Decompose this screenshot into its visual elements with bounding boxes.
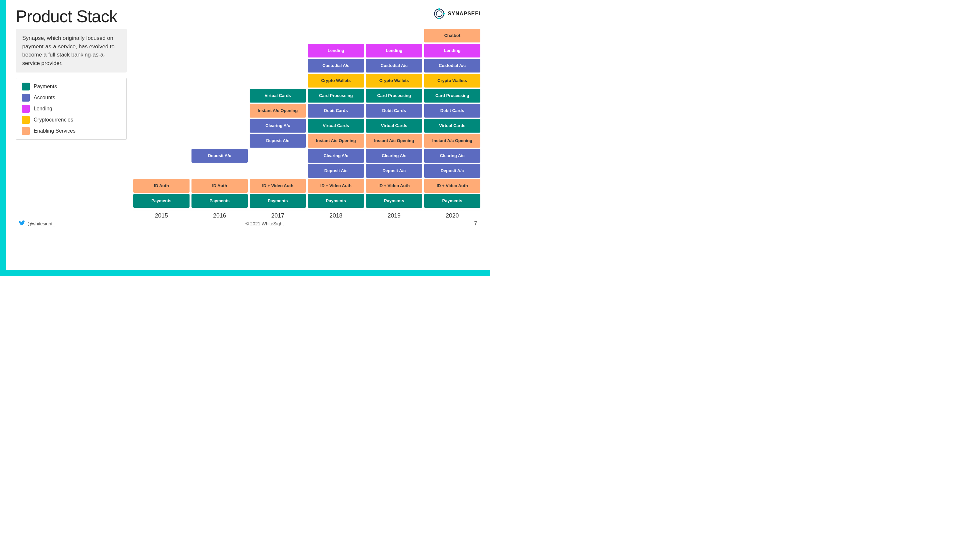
cell-2015-9: ID Auth — [133, 179, 189, 193]
legend-item-lending: Lending — [22, 105, 121, 113]
twitter-icon — [19, 221, 25, 227]
cell-2017-9: ID + Video Auth — [250, 179, 306, 193]
cell-2017-4: Instant A/c Opening — [250, 104, 306, 118]
year-labels: 201520162017201820192020 — [133, 210, 480, 219]
cell-2018-8: Deposit A/c — [308, 164, 364, 178]
svg-point-1 — [436, 11, 442, 17]
column-2020: ChatbotLendingCustodial A/cCrypto Wallet… — [424, 29, 480, 208]
legend-item-payments: Payments — [22, 83, 121, 91]
cell-2019-7: Clearing A/c — [366, 149, 422, 163]
cell-2019-6: Instant A/c Opening — [366, 134, 422, 148]
legend-item-accounts: Accounts — [22, 94, 121, 102]
synapse-logo-icon — [433, 8, 445, 20]
column-2019: LendingCustodial A/cCrypto WalletsCard P… — [366, 29, 422, 208]
main-content: Product Stack SYNAPSEFI Synapse, which o… — [6, 0, 490, 270]
cell-2019-8: Deposit A/c — [366, 164, 422, 178]
year-label-2016: 2016 — [191, 212, 248, 219]
cell-2016-9: ID Auth — [191, 179, 248, 193]
lending-swatch — [22, 105, 30, 113]
cell-2020-0: Chatbot — [424, 29, 480, 43]
cell-2018-3: Card Processing — [308, 89, 364, 103]
svg-point-3 — [443, 13, 445, 14]
copyright: © 2021 WhiteSight — [245, 221, 284, 226]
legend-box: Payments Accounts Lending Cryptocurrenci… — [16, 78, 127, 140]
cell-2020-11: Payments — [424, 194, 480, 208]
column-2018: LendingCustodial A/cCrypto WalletsCard P… — [308, 29, 364, 208]
legend-label-lending: Lending — [33, 106, 52, 112]
columns-container: ID AuthPaymentsDeposit A/cID AuthPayment… — [133, 29, 480, 208]
cell-2018-10: Payments — [308, 194, 364, 208]
svg-point-4 — [439, 17, 440, 19]
chart-area: ID AuthPaymentsDeposit A/cID AuthPayment… — [133, 29, 480, 219]
cell-2019-10: Payments — [366, 194, 422, 208]
crypto-swatch — [22, 116, 30, 124]
cell-2018-9: ID + Video Auth — [308, 179, 364, 193]
description-text: Synapse, which originally focused on pay… — [22, 35, 115, 66]
cell-2018-4: Debit Cards — [308, 104, 364, 118]
cell-2016-10: Payments — [191, 194, 248, 208]
logo-area: SYNAPSEFI — [433, 8, 480, 20]
cell-2017-10: Payments — [250, 194, 306, 208]
legend-label-accounts: Accounts — [33, 95, 55, 101]
logo-text: SYNAPSEFI — [448, 11, 480, 17]
cell-2018-0: Lending — [308, 44, 364, 57]
cell-2019-1: Custodial A/c — [366, 59, 422, 73]
enabling-swatch — [22, 127, 30, 135]
legend-item-crypto: Cryptocurrencies — [22, 116, 121, 124]
cell-2020-4: Card Processing — [424, 89, 480, 103]
cell-2015-10: Payments — [133, 194, 189, 208]
year-label-2018: 2018 — [308, 212, 364, 219]
cell-2017-5: Clearing A/c — [250, 119, 306, 133]
content-row: Synapse, which originally focused on pay… — [16, 29, 480, 219]
cell-2018-2: Crypto Wallets — [308, 74, 364, 87]
footer: @whitesight_ © 2021 WhiteSight 7 — [16, 219, 480, 227]
page-title: Product Stack — [16, 6, 117, 26]
legend-label-payments: Payments — [33, 84, 57, 89]
description-box: Synapse, which originally focused on pay… — [16, 29, 127, 73]
cell-2018-5: Virtual Cards — [308, 119, 364, 133]
column-2016: Deposit A/cID AuthPayments — [191, 29, 248, 208]
cell-2019-9: ID + Video Auth — [366, 179, 422, 193]
left-panel: Synapse, which originally focused on pay… — [16, 29, 127, 140]
svg-point-0 — [434, 9, 444, 19]
cell-2019-0: Lending — [366, 44, 422, 57]
cell-2019-3: Card Processing — [366, 89, 422, 103]
cell-2017-6: Deposit A/c — [250, 134, 306, 148]
bottom-border — [0, 270, 490, 276]
cell-2020-10: ID + Video Auth — [424, 179, 480, 193]
year-label-2019: 2019 — [366, 212, 422, 219]
cell-2020-2: Custodial A/c — [424, 59, 480, 73]
page-number: 7 — [474, 221, 477, 227]
column-2017: Virtual CardsInstant A/c OpeningClearing… — [250, 29, 306, 208]
cell-2017-3: Virtual Cards — [250, 89, 306, 103]
cell-2019-2: Crypto Wallets — [366, 74, 422, 87]
cell-2020-7: Instant A/c Opening — [424, 134, 480, 148]
cell-2020-8: Clearing A/c — [424, 149, 480, 163]
twitter-handle: @whitesight_ — [27, 221, 55, 226]
cell-2020-1: Lending — [424, 44, 480, 57]
payments-swatch — [22, 83, 30, 91]
header: Product Stack SYNAPSEFI — [16, 6, 480, 26]
svg-point-2 — [439, 8, 440, 10]
cell-2020-5: Debit Cards — [424, 104, 480, 118]
cell-2018-6: Instant A/c Opening — [308, 134, 364, 148]
cell-2016-7: Deposit A/c — [191, 149, 248, 163]
cell-2018-1: Custodial A/c — [308, 59, 364, 73]
accounts-swatch — [22, 94, 30, 102]
year-label-2015: 2015 — [133, 212, 189, 219]
year-label-2020: 2020 — [424, 212, 480, 219]
cell-2018-7: Clearing A/c — [308, 149, 364, 163]
footer-twitter: @whitesight_ — [19, 221, 55, 227]
cell-2020-3: Crypto Wallets — [424, 74, 480, 87]
year-label-2017: 2017 — [250, 212, 306, 219]
legend-label-enabling: Enabling Services — [33, 128, 75, 134]
cell-2020-6: Virtual Cards — [424, 119, 480, 133]
legend-item-enabling: Enabling Services — [22, 127, 121, 135]
cell-2019-4: Debit Cards — [366, 104, 422, 118]
legend-label-crypto: Cryptocurrencies — [33, 117, 73, 123]
left-border — [0, 0, 6, 276]
column-2015: ID AuthPayments — [133, 29, 189, 208]
cell-2020-9: Deposit A/c — [424, 164, 480, 178]
cell-2019-5: Virtual Cards — [366, 119, 422, 133]
